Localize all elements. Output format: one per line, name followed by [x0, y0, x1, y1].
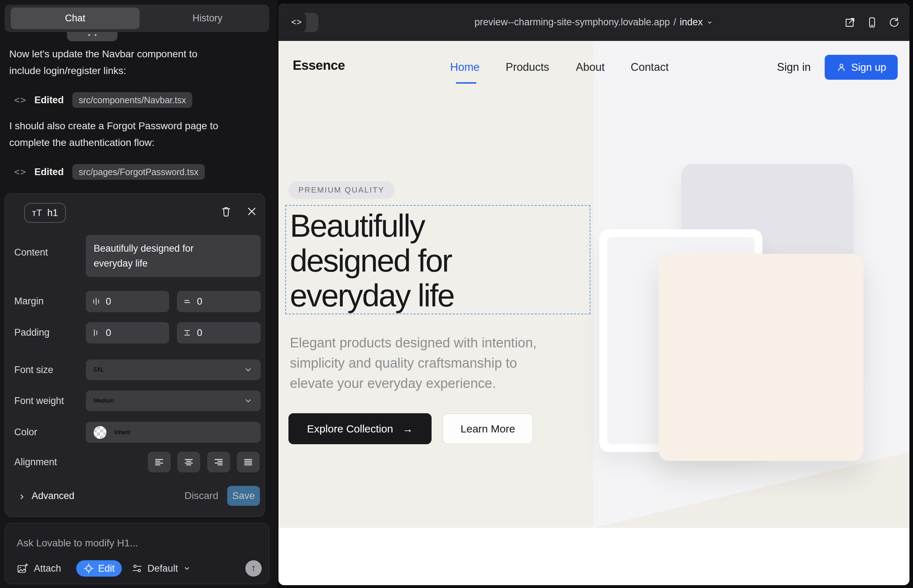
color-swatch: [94, 426, 107, 439]
alignment-label: Alignment: [14, 457, 57, 468]
composer-toolbar: Attach Edit: [17, 560, 191, 577]
explore-collection-button[interactable]: Explore Collection →: [288, 413, 432, 444]
url-page[interactable]: index: [680, 17, 703, 28]
edited-label: Edited: [34, 166, 64, 178]
font-weight-value: Medium: [94, 397, 114, 404]
user-icon: [836, 62, 847, 73]
edit-mode-button[interactable]: Edit: [76, 560, 122, 577]
margin-horizontal-icon: [92, 297, 101, 306]
content-input[interactable]: Beautifully designed for everyday life: [86, 235, 261, 277]
file-chip[interactable]: src/pages/ForgotPassword.tsx: [72, 164, 205, 180]
align-justify-button[interactable]: [237, 452, 260, 472]
attach-label: Attach: [34, 563, 61, 574]
nav-link-about[interactable]: About: [576, 61, 605, 74]
edit-label: Edit: [98, 563, 115, 574]
chat-panel: Chat History Now let's update the Navbar…: [0, 0, 277, 588]
message-line: include login/register links:: [9, 62, 269, 79]
selected-element-chip[interactable]: тT h1: [24, 203, 66, 223]
typography-icon: тT: [32, 208, 42, 218]
align-left-icon: [154, 457, 165, 467]
font-size-label: Font size: [14, 365, 53, 375]
advanced-toggle[interactable]: › Advanced: [20, 486, 74, 506]
hero-paragraph: Elegant products designed with intention…: [290, 333, 537, 394]
edited-file-row: <> Edited src/pages/ForgotPassword.tsx: [14, 164, 205, 180]
close-editor-button[interactable]: [244, 204, 259, 218]
font-weight-select[interactable]: Medium: [86, 391, 261, 411]
margin-label: Margin: [14, 296, 44, 307]
send-button[interactable]: ↑: [245, 560, 262, 577]
next-section-background: [278, 528, 910, 585]
margin-x-value: 0: [106, 296, 111, 307]
nav-link-contact[interactable]: Contact: [631, 61, 669, 74]
content-label: Content: [14, 247, 48, 258]
edit-target-icon: [83, 563, 94, 574]
scrolled-message-peek: [67, 32, 118, 41]
color-input[interactable]: Inherit: [86, 422, 261, 443]
caret-down-icon: [706, 19, 713, 26]
margin-x-input[interactable]: 0: [86, 291, 169, 312]
message-line: Now let's update the Navbar component to: [9, 45, 269, 62]
element-editor-panel: тT h1 Content Beautifully de: [5, 193, 265, 517]
padding-horizontal-icon: [92, 328, 101, 338]
padding-y-input[interactable]: 0: [177, 322, 261, 344]
paragraph-line: simplicity and quality craftsmanship to: [290, 353, 537, 373]
site-logo[interactable]: Essence: [293, 58, 345, 73]
color-value: Inherit: [114, 429, 130, 436]
url-separator: /: [673, 17, 676, 28]
message-line: complete the authentication flow:: [9, 134, 269, 151]
arrow-right-icon: →: [402, 423, 413, 435]
element-tag: h1: [47, 207, 58, 218]
code-icon: <>: [14, 95, 26, 106]
margin-y-input[interactable]: 0: [177, 291, 261, 312]
url-bar[interactable]: preview--charming-site-symphony.lovable.…: [278, 3, 910, 41]
padding-x-input[interactable]: 0: [86, 322, 169, 344]
chevron-down-icon: [244, 365, 253, 375]
align-center-button[interactable]: [177, 452, 200, 472]
nav-link-home[interactable]: Home: [450, 61, 480, 74]
mode-select[interactable]: Default: [132, 563, 191, 574]
margin-vertical-icon: [183, 297, 192, 306]
send-arrow-icon: ↑: [251, 562, 256, 573]
align-right-button[interactable]: [207, 452, 230, 472]
file-chip[interactable]: src/components/Navbar.tsx: [72, 92, 193, 108]
code-view-toggle[interactable]: <>: [287, 13, 318, 32]
preview-chrome-bar: preview--charming-site-symphony.lovable.…: [278, 3, 910, 41]
content-value-line: Beautifully designed for: [94, 241, 253, 256]
delete-element-button[interactable]: [219, 204, 233, 218]
font-size-select[interactable]: 5XL: [86, 360, 261, 380]
hero-heading[interactable]: Beautifully designed for everyday life: [290, 208, 454, 313]
heading-line: designed for: [290, 243, 454, 278]
heading-line: everyday life: [290, 278, 454, 313]
edited-file-row: <> Edited src/components/Navbar.tsx: [14, 92, 192, 108]
sign-up-label: Sign up: [851, 61, 886, 73]
font-weight-label: Font weight: [14, 396, 64, 407]
explore-collection-label: Explore Collection: [307, 423, 393, 435]
heading-line: Beautifully: [290, 208, 454, 243]
learn-more-button[interactable]: Learn More: [443, 413, 533, 444]
message-line: I should also create a Forgot Password p…: [9, 118, 269, 134]
assistant-message: Now let's update the Navbar component to…: [9, 45, 269, 79]
sign-in-link[interactable]: Sign in: [777, 61, 811, 74]
align-center-icon: [183, 457, 194, 467]
tab-history[interactable]: History: [146, 5, 269, 32]
padding-y-value: 0: [197, 328, 202, 339]
align-left-button[interactable]: [148, 452, 170, 472]
open-in-new-icon[interactable]: [844, 16, 856, 29]
discard-button[interactable]: Discard: [185, 486, 218, 506]
chevron-down-icon: [244, 396, 253, 405]
decor-card-beige: [659, 254, 863, 461]
dot: [88, 34, 90, 36]
padding-vertical-icon: [183, 328, 192, 338]
active-nav-underline: [456, 82, 476, 84]
url-domain: preview--charming-site-symphony.lovable.…: [475, 17, 670, 28]
nav-link-products[interactable]: Products: [506, 61, 549, 74]
chat-composer[interactable]: Ask Lovable to modify H1... Attach: [5, 523, 269, 584]
save-button[interactable]: Save: [227, 486, 260, 506]
mobile-preview-icon[interactable]: [866, 16, 878, 29]
attach-button[interactable]: Attach: [17, 563, 61, 574]
refresh-icon[interactable]: [888, 16, 900, 29]
sign-up-button[interactable]: Sign up: [825, 55, 898, 80]
dot: [95, 34, 97, 36]
tab-chat[interactable]: Chat: [5, 5, 146, 32]
lovable-app: Chat History Now let's update the Navbar…: [0, 0, 913, 588]
